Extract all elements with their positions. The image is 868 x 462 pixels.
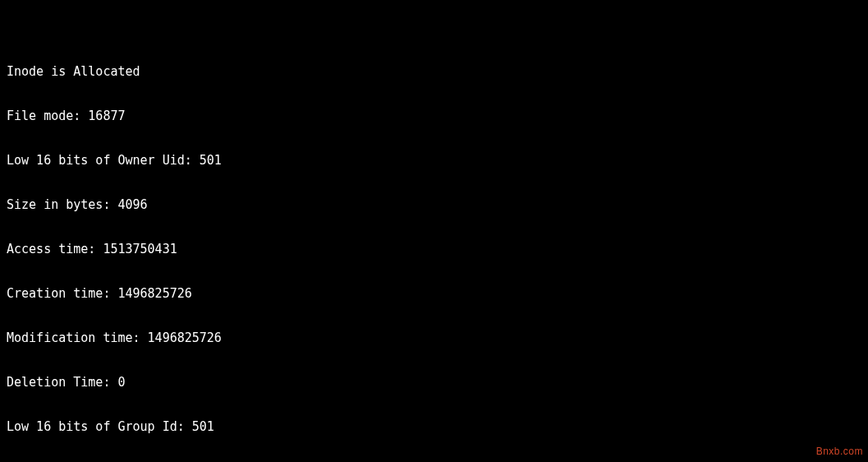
inode-line: Access time: 1513750431 bbox=[7, 242, 861, 256]
inode-line: Size in bytes: 4096 bbox=[7, 197, 861, 212]
watermark: Bnxb.com bbox=[816, 444, 863, 459]
terminal-output[interactable]: Inode is Allocated File mode: 16877 Low … bbox=[0, 0, 868, 462]
inode-line: Creation time: 1496825726 bbox=[7, 286, 861, 301]
inode-line: Low 16 bits of Owner Uid: 501 bbox=[7, 153, 861, 168]
inode-line: File mode: 16877 bbox=[7, 109, 861, 123]
inode-line: Inode is Allocated bbox=[7, 64, 861, 79]
inode-line: Modification time: 1496825726 bbox=[7, 330, 861, 345]
inode-line: Deletion Time: 0 bbox=[7, 375, 861, 390]
inode-line: Low 16 bits of Group Id: 501 bbox=[7, 419, 861, 434]
